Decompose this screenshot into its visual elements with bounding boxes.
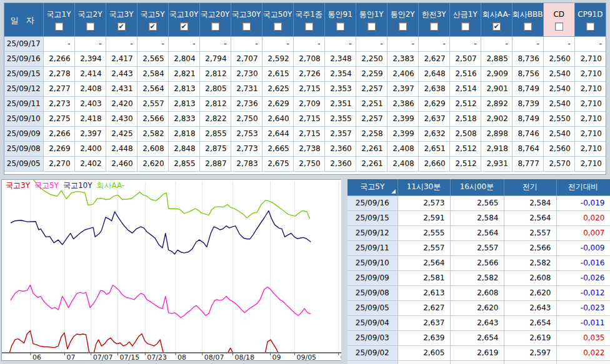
detail-1130-cell[interactable]: 2,627 <box>398 300 450 315</box>
rate-cell[interactable]: 2,710 <box>574 66 606 81</box>
rate-cell[interactable]: 2,582 <box>137 126 168 141</box>
rate-cell[interactable]: 2,707 <box>231 51 262 66</box>
rate-cell[interactable]: 8,749 <box>512 111 543 126</box>
rate-cell[interactable]: - <box>481 36 512 51</box>
rate-cell[interactable]: 2,753 <box>231 126 262 141</box>
rate-cell[interactable]: 2,540 <box>543 126 574 141</box>
detail-diff-cell[interactable]: -0,011 <box>556 315 610 330</box>
column-checkbox-국고5Y[interactable]: ✔ <box>149 22 157 31</box>
rate-cell[interactable]: 2,557 <box>137 96 168 111</box>
rate-cell[interactable]: 2,898 <box>481 126 512 141</box>
rate-cell[interactable]: 2,620 <box>137 156 168 171</box>
detail-date-cell[interactable]: 25/09/15 <box>348 210 398 225</box>
rate-cell[interactable]: 2,257 <box>356 81 387 96</box>
rate-cell[interactable]: 2,399 <box>387 111 418 126</box>
detail-date-cell[interactable]: 25/09/04 <box>348 315 398 330</box>
rate-cell[interactable]: 2,918 <box>481 141 512 156</box>
detail-1600-cell[interactable]: 2,564 <box>450 225 504 240</box>
date-column-header[interactable]: 일 자 <box>4 3 43 36</box>
rate-cell[interactable]: 2,565 <box>137 51 168 66</box>
rate-cell[interactable]: 2,813 <box>168 96 199 111</box>
detail-1130-cell[interactable]: 2,557 <box>398 240 450 255</box>
column-header-회사BBB-[interactable]: 회사BBB- <box>512 3 543 36</box>
rate-cell[interactable]: 2,738 <box>293 141 324 156</box>
rate-cell[interactable]: 2,448 <box>106 141 137 156</box>
rate-cell[interactable]: 2,258 <box>356 126 387 141</box>
rate-cell[interactable]: 2,715 <box>293 81 324 96</box>
rate-cell[interactable]: 2,715 <box>293 111 324 126</box>
rate-cell[interactable]: 2,887 <box>199 156 231 171</box>
rate-cell[interactable]: - <box>231 36 262 51</box>
date-cell[interactable]: 25/09/16 <box>4 51 43 66</box>
rate-cell[interactable]: 2,514 <box>449 81 481 96</box>
rate-cell[interactable]: 2,901 <box>481 81 512 96</box>
rate-cell[interactable]: - <box>293 36 324 51</box>
date-cell[interactable]: 25/09/17 <box>4 36 43 51</box>
rate-cell[interactable]: 2,608 <box>137 141 168 156</box>
rate-cell[interactable]: 2,731 <box>231 81 262 96</box>
detail-diff-cell[interactable]: -0,019 <box>556 195 610 210</box>
rate-cell[interactable]: 2,417 <box>106 51 137 66</box>
rate-cell[interactable]: 2,353 <box>324 81 356 96</box>
detail-1600-cell[interactable]: 2,565 <box>450 195 504 210</box>
column-checkbox-국주1종[interactable] <box>305 22 313 31</box>
rate-cell[interactable]: 2,266 <box>43 51 74 66</box>
rate-cell[interactable]: 2,540 <box>543 96 574 111</box>
rate-cell[interactable]: 2,750 <box>231 111 262 126</box>
rate-cell[interactable]: 2,584 <box>137 66 168 81</box>
column-header-CD[interactable]: CD <box>543 3 574 36</box>
rate-cell[interactable]: - <box>543 36 574 51</box>
column-header-국고10Y[interactable]: 국고10Y✔ <box>168 3 199 36</box>
date-cell[interactable]: 25/09/12 <box>4 81 43 96</box>
rate-cell[interactable]: 2,508 <box>449 126 481 141</box>
column-checkbox-통안1Y[interactable] <box>368 22 376 31</box>
detail-1600-cell[interactable]: 2,643 <box>450 315 504 330</box>
rate-cell[interactable]: - <box>43 36 74 51</box>
detail-diff-cell[interactable]: -0,012 <box>556 285 610 300</box>
rate-cell[interactable]: 2,875 <box>199 141 231 156</box>
rate-cell[interactable]: 2,430 <box>106 111 137 126</box>
column-checkbox-국고10Y[interactable]: ✔ <box>180 22 188 31</box>
rate-cell[interactable]: 2,805 <box>199 81 231 96</box>
rate-cell[interactable]: 2,251 <box>356 96 387 111</box>
rate-cell[interactable]: 2,355 <box>324 111 356 126</box>
detail-1130-cell[interactable]: 2,613 <box>398 285 450 300</box>
rate-cell[interactable]: 2,397 <box>387 81 418 96</box>
rate-cell[interactable]: 2,560 <box>543 51 574 66</box>
rate-cell[interactable]: - <box>106 36 137 51</box>
column-checkbox-회사AA-[interactable]: ✔ <box>492 22 501 31</box>
rate-cell[interactable]: - <box>387 36 418 51</box>
detail-header-전기대비[interactable]: 전기대비 <box>556 179 610 195</box>
rate-cell[interactable]: 2,675 <box>262 156 293 171</box>
rate-cell[interactable]: 2,804 <box>168 51 199 66</box>
column-checkbox-CD[interactable] <box>555 22 563 31</box>
rate-cell[interactable]: 2,261 <box>356 156 387 171</box>
detail-1130-cell[interactable]: 2,637 <box>398 315 450 330</box>
column-checkbox-한전3Y[interactable] <box>430 22 438 31</box>
rate-cell[interactable]: 2,629 <box>262 96 293 111</box>
column-checkbox-통안2Y[interactable] <box>399 22 407 31</box>
rate-cell[interactable]: 8,736 <box>512 51 543 66</box>
rate-cell[interactable]: - <box>324 36 356 51</box>
rate-cell[interactable]: 2,400 <box>74 141 106 156</box>
rate-cell[interactable]: 2,360 <box>324 156 356 171</box>
detail-1130-cell[interactable]: 2,555 <box>398 225 450 240</box>
rate-cell[interactable]: 2,257 <box>356 111 387 126</box>
column-checkbox-국고20Y[interactable] <box>211 22 219 31</box>
rate-cell[interactable]: 2,638 <box>418 81 449 96</box>
rate-cell[interactable]: 2,627 <box>418 51 449 66</box>
column-header-국고50Y[interactable]: 국고50Y <box>262 3 293 36</box>
detail-diff-cell[interactable]: -0,016 <box>556 255 610 270</box>
rate-cell[interactable]: 2,710 <box>574 156 606 171</box>
detail-date-cell[interactable]: 25/09/05 <box>348 300 398 315</box>
rate-cell[interactable]: 2,625 <box>262 81 293 96</box>
detail-date-cell[interactable]: 25/09/11 <box>348 240 398 255</box>
detail-diff-cell[interactable]: 0,007 <box>556 225 610 240</box>
rate-cell[interactable]: 2,710 <box>574 96 606 111</box>
date-cell[interactable]: 25/09/15 <box>4 66 43 81</box>
column-checkbox-CP91D[interactable] <box>586 22 594 31</box>
rate-cell[interactable]: 2,420 <box>106 96 137 111</box>
column-header-국고1Y[interactable]: 국고1Y <box>43 3 74 36</box>
rate-cell[interactable]: 2,402 <box>74 156 106 171</box>
rate-cell[interactable]: 2,855 <box>168 156 199 171</box>
